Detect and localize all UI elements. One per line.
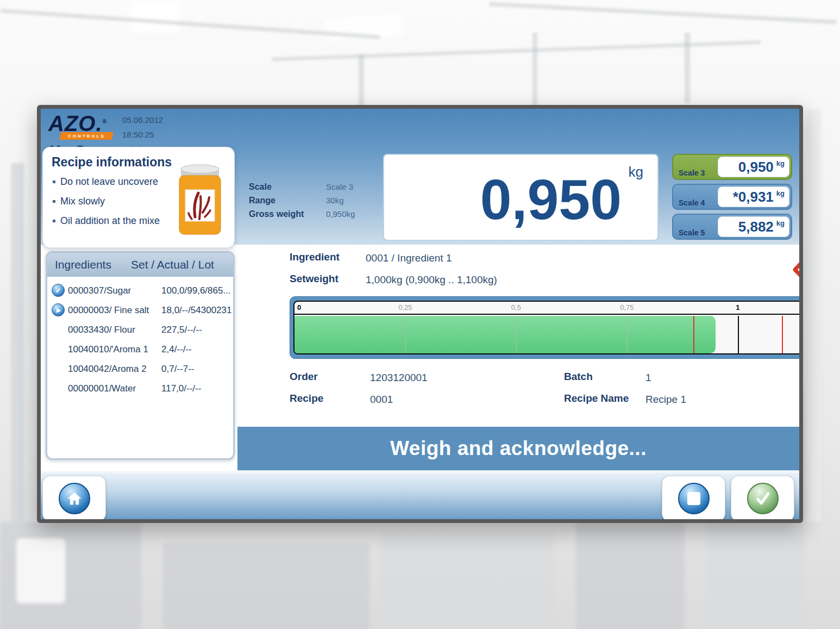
ingredient-code-name: 00000001/Water xyxy=(68,383,161,394)
ingredient-code-name: 00033430/ Flour xyxy=(68,325,161,335)
home-button[interactable] xyxy=(42,476,106,519)
ingredient-tin-image xyxy=(173,163,227,240)
ingredient-label: Ingredient xyxy=(290,251,340,263)
dosing-progress-bar: kg 00,250,50,751 xyxy=(290,296,799,359)
ingredient-code-name: 00000003/ Fine salt xyxy=(68,305,161,316)
ingredient-set-actual-lot: 100,0/99,6/865... xyxy=(161,285,233,296)
ingredient-row[interactable]: 10040010/'Aroma 1 2,4/--/-- xyxy=(47,340,233,359)
scale-4-value: *0,931 xyxy=(733,189,774,205)
ingredient-row[interactable]: 10040042/Aroma 2 0,7/--7-- xyxy=(47,359,233,379)
bar-gridline xyxy=(405,316,406,353)
ingredient-code-name: 10040042/Aroma 2 xyxy=(68,364,161,375)
checkmark-icon xyxy=(747,483,779,514)
ingredient-row[interactable]: ▶ 00000003/ Fine salt 18,0/--/54300231 xyxy=(47,301,233,320)
tolerance-limit-line xyxy=(782,316,783,353)
progress-bar-track: kg 00,250,50,751 xyxy=(293,301,799,354)
ingredients-panel: Ingredients Set / Actual / Lot ✓ 0000307… xyxy=(46,251,235,460)
batch-label: Batch xyxy=(564,371,593,383)
bar-gridline xyxy=(627,316,628,353)
weight-value: 0,950 xyxy=(480,155,622,242)
set-actual-lot-column-header: Set / Actual / Lot xyxy=(131,258,227,271)
tolerance-limit-line xyxy=(693,316,694,353)
recipe-note: Mix slowly xyxy=(52,196,178,207)
azo-logo-text: AZO.® xyxy=(48,111,119,134)
batch-value: 1 xyxy=(645,372,651,384)
scale-selector: 0,950 kg Scale 3 *0,931 kg Scale 4 5,882… xyxy=(672,154,792,244)
scale-4-label: Scale 4 xyxy=(679,198,705,207)
order-label: Order xyxy=(290,371,318,383)
scale-3-button[interactable]: 0,950 kg Scale 3 xyxy=(672,154,792,180)
weight-display: 0,950 kg xyxy=(383,154,659,241)
in-progress-status-icon: ▶ xyxy=(52,303,66,317)
no-status-icon xyxy=(52,342,66,357)
bar-gridline xyxy=(516,316,517,353)
no-status-icon xyxy=(52,362,66,376)
weight-unit: kg xyxy=(629,164,643,180)
screen: AZO.® CONTROLS ManDos 05.06.2012 18:50:2… xyxy=(0,0,840,629)
ingredient-row[interactable]: ✓ 0000307/Sugar 100,0/99,6/865... xyxy=(47,281,233,301)
azo-controls-bar: CONTROLS xyxy=(59,132,113,140)
scale-3-label: Scale 3 xyxy=(679,169,705,177)
ingredient-set-actual-lot: 18,0/--/54300231 xyxy=(161,305,233,316)
scale-value: Scale 3 xyxy=(326,182,353,191)
stop-icon xyxy=(678,483,710,514)
bar-tick-label: 0,5 xyxy=(511,303,521,312)
order-value: 1203120001 xyxy=(370,372,428,384)
recipe-label: Recipe xyxy=(290,393,323,404)
scale-4-button[interactable]: *0,931 kg Scale 4 xyxy=(672,184,792,210)
recipe-name-label: Recipe Name xyxy=(564,393,629,404)
scale-5-value-box: 5,882 kg xyxy=(718,216,789,237)
ingredient-code-name: 10040010/'Aroma 1 xyxy=(68,344,161,355)
ingredient-row[interactable]: 00000001/Water 117,0/--/-- xyxy=(47,379,233,398)
time-label: 18:50:25 xyxy=(122,128,163,142)
scale-5-label: Scale 5 xyxy=(679,228,705,237)
scale-4-unit: kg xyxy=(776,189,785,197)
ingredient-set-actual-lot: 227,5/--/-- xyxy=(161,325,233,335)
acknowledge-button[interactable] xyxy=(731,476,794,519)
bar-tick-label: 0,75 xyxy=(620,303,634,312)
scale-5-button[interactable]: 5,882 kg Scale 5 xyxy=(672,214,792,240)
ingredient-value: 0001 / Ingredient 1 xyxy=(366,252,452,264)
bar-tick-label: 0 xyxy=(297,303,301,312)
dosing-content: Ingredient 0001 / Ingredient 1 Setweight… xyxy=(237,245,799,427)
ingredient-set-actual-lot: 117,0/--/-- xyxy=(161,383,233,394)
stop-button[interactable] xyxy=(662,476,725,519)
ingredient-set-actual-lot: 0,7/--7-- xyxy=(161,364,233,375)
target-weight-line xyxy=(738,316,739,353)
recipe-name-value: Recipe 1 xyxy=(645,394,686,406)
scale-5-value: 5,882 xyxy=(738,219,774,235)
ingredient-set-actual-lot: 2,4/--/-- xyxy=(161,344,233,355)
ingredient-row[interactable]: 00033430/ Flour 227,5/--/-- xyxy=(47,320,233,340)
done-status-icon: ✓ xyxy=(52,284,66,298)
recipe-value: 0001 xyxy=(370,394,393,406)
no-status-icon xyxy=(52,323,66,337)
range-value: 30kg xyxy=(326,196,344,205)
scale-3-unit: kg xyxy=(776,159,785,167)
bar-tick-label: 1 xyxy=(736,303,739,312)
recipe-note: Do not leave uncovere xyxy=(52,176,178,188)
ingredients-header: Ingredients Set / Actual / Lot xyxy=(47,253,233,277)
scale-info: Scale Scale 3 Range 30kg Gross weight 0,… xyxy=(249,180,355,221)
explosive-hazard-icon xyxy=(792,246,799,296)
no-status-icon xyxy=(52,382,66,396)
scale-5-unit: kg xyxy=(776,219,785,227)
scale-3-value-box: 0,950 kg xyxy=(718,157,789,177)
scale-3-value: 0,950 xyxy=(738,159,774,176)
date-label: 05.06.2012 xyxy=(122,113,163,127)
scale-label: Scale xyxy=(249,182,326,192)
recipe-note: Oil addition at the mixe xyxy=(52,215,178,227)
ingredients-column-header: Ingredients xyxy=(55,258,131,271)
setweight-label: Setweight xyxy=(290,273,338,285)
status-banner: Weigh and acknowledge... xyxy=(237,427,799,471)
gross-weight-value: 0,950kg xyxy=(326,209,355,219)
home-icon xyxy=(59,483,90,514)
status-message: Weigh and acknowledge... xyxy=(390,437,647,460)
gross-weight-label: Gross weight xyxy=(249,209,326,219)
recipe-information-panel: Recipe informations Do not leave uncover… xyxy=(42,147,235,248)
scale-4-value-box: *0,931 kg xyxy=(718,186,789,207)
footer-bar xyxy=(41,471,799,519)
ingredient-code-name: 0000307/Sugar xyxy=(68,285,161,296)
recipe-information-title: Recipe informations xyxy=(52,155,182,170)
bar-scale-row: kg 00,250,50,751 xyxy=(294,302,799,315)
bar-tick-label: 0,25 xyxy=(398,303,412,312)
